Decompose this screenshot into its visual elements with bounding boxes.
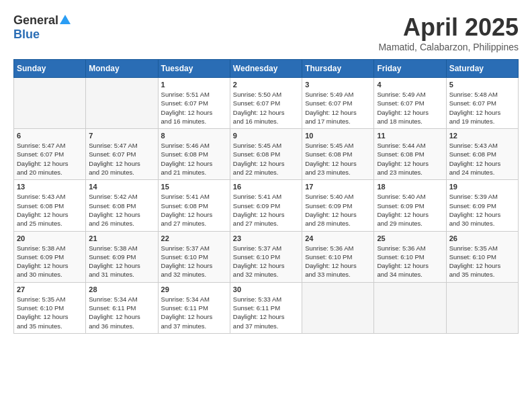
- title-area: April 2025 Mamatid, Calabarzon, Philippi…: [378, 13, 519, 52]
- day-number: 30: [233, 285, 299, 293]
- day-info: Sunrise: 5:40 AM Sunset: 6:09 PM Dayligh…: [305, 192, 371, 228]
- day-number: 3: [305, 81, 371, 89]
- day-info: Sunrise: 5:45 AM Sunset: 6:08 PM Dayligh…: [305, 141, 371, 177]
- day-number: 15: [161, 183, 227, 191]
- logo-triangle-icon: [60, 15, 71, 24]
- day-number: 17: [305, 183, 371, 191]
- weekday-header-thursday: Thursday: [302, 60, 374, 78]
- day-number: 23: [233, 234, 299, 242]
- day-info: Sunrise: 5:34 AM Sunset: 6:11 PM Dayligh…: [161, 295, 227, 330]
- calendar-cell: [14, 78, 86, 129]
- calendar-cell: 5Sunrise: 5:48 AM Sunset: 6:07 PM Daylig…: [446, 78, 518, 129]
- day-info: Sunrise: 5:49 AM Sunset: 6:07 PM Dayligh…: [305, 90, 371, 126]
- day-number: 20: [17, 234, 83, 242]
- day-number: 4: [377, 81, 443, 89]
- header: General Blue April 2025 Mamatid, Calabar…: [13, 13, 519, 52]
- day-info: Sunrise: 5:36 AM Sunset: 6:10 PM Dayligh…: [305, 244, 371, 279]
- calendar-cell: 25Sunrise: 5:36 AM Sunset: 6:10 PM Dayli…: [374, 231, 446, 282]
- calendar-cell: 6Sunrise: 5:47 AM Sunset: 6:07 PM Daylig…: [14, 129, 86, 180]
- day-number: 19: [449, 183, 515, 191]
- calendar-cell: 14Sunrise: 5:42 AM Sunset: 6:08 PM Dayli…: [86, 180, 158, 231]
- weekday-header-wednesday: Wednesday: [230, 60, 302, 78]
- day-number: 25: [377, 234, 443, 242]
- logo-blue-text: Blue: [13, 28, 40, 42]
- calendar-cell: 21Sunrise: 5:38 AM Sunset: 6:09 PM Dayli…: [86, 231, 158, 282]
- calendar-cell: 7Sunrise: 5:47 AM Sunset: 6:07 PM Daylig…: [86, 129, 158, 180]
- calendar-cell: 4Sunrise: 5:49 AM Sunset: 6:07 PM Daylig…: [374, 78, 446, 129]
- calendar-cell: 11Sunrise: 5:44 AM Sunset: 6:08 PM Dayli…: [374, 129, 446, 180]
- day-info: Sunrise: 5:43 AM Sunset: 6:08 PM Dayligh…: [17, 192, 83, 228]
- calendar-cell: 29Sunrise: 5:34 AM Sunset: 6:11 PM Dayli…: [158, 282, 230, 333]
- day-number: 5: [449, 81, 515, 89]
- calendar-cell: 20Sunrise: 5:38 AM Sunset: 6:09 PM Dayli…: [14, 231, 86, 282]
- calendar-cell: [446, 282, 518, 333]
- calendar-cell: 8Sunrise: 5:46 AM Sunset: 6:08 PM Daylig…: [158, 129, 230, 180]
- weekday-header-saturday: Saturday: [446, 60, 518, 78]
- calendar-title: April 2025: [378, 13, 519, 42]
- day-number: 22: [161, 234, 227, 242]
- calendar-cell: 2Sunrise: 5:50 AM Sunset: 6:07 PM Daylig…: [230, 78, 302, 129]
- day-info: Sunrise: 5:47 AM Sunset: 6:07 PM Dayligh…: [89, 141, 154, 177]
- day-info: Sunrise: 5:35 AM Sunset: 6:10 PM Dayligh…: [17, 295, 83, 330]
- weekday-header-friday: Friday: [374, 60, 446, 78]
- calendar-cell: 27Sunrise: 5:35 AM Sunset: 6:10 PM Dayli…: [14, 282, 86, 333]
- day-info: Sunrise: 5:44 AM Sunset: 6:08 PM Dayligh…: [377, 141, 443, 177]
- day-number: 6: [17, 132, 83, 140]
- day-number: 27: [17, 285, 83, 293]
- day-info: Sunrise: 5:35 AM Sunset: 6:10 PM Dayligh…: [449, 244, 515, 279]
- calendar-cell: 9Sunrise: 5:45 AM Sunset: 6:08 PM Daylig…: [230, 129, 302, 180]
- calendar-location: Mamatid, Calabarzon, Philippines: [378, 42, 519, 52]
- day-number: 24: [305, 234, 371, 242]
- day-number: 11: [377, 132, 443, 140]
- calendar-cell: 30Sunrise: 5:33 AM Sunset: 6:11 PM Dayli…: [230, 282, 302, 333]
- calendar-cell: 23Sunrise: 5:37 AM Sunset: 6:10 PM Dayli…: [230, 231, 302, 282]
- day-number: 14: [89, 183, 154, 191]
- calendar-week-row: 13Sunrise: 5:43 AM Sunset: 6:08 PM Dayli…: [14, 180, 519, 231]
- day-info: Sunrise: 5:41 AM Sunset: 6:09 PM Dayligh…: [233, 192, 299, 228]
- calendar-cell: 13Sunrise: 5:43 AM Sunset: 6:08 PM Dayli…: [14, 180, 86, 231]
- day-info: Sunrise: 5:38 AM Sunset: 6:09 PM Dayligh…: [89, 244, 154, 279]
- calendar-cell: 1Sunrise: 5:51 AM Sunset: 6:07 PM Daylig…: [158, 78, 230, 129]
- calendar-week-row: 27Sunrise: 5:35 AM Sunset: 6:10 PM Dayli…: [14, 282, 519, 333]
- day-info: Sunrise: 5:37 AM Sunset: 6:10 PM Dayligh…: [233, 244, 299, 279]
- day-info: Sunrise: 5:46 AM Sunset: 6:08 PM Dayligh…: [161, 141, 227, 177]
- day-info: Sunrise: 5:37 AM Sunset: 6:10 PM Dayligh…: [161, 244, 227, 279]
- day-number: 13: [17, 183, 83, 191]
- logo: General Blue: [13, 13, 71, 42]
- day-info: Sunrise: 5:41 AM Sunset: 6:08 PM Dayligh…: [161, 192, 227, 228]
- day-info: Sunrise: 5:49 AM Sunset: 6:07 PM Dayligh…: [377, 90, 443, 126]
- calendar-cell: 18Sunrise: 5:40 AM Sunset: 6:09 PM Dayli…: [374, 180, 446, 231]
- calendar-cell: 28Sunrise: 5:34 AM Sunset: 6:11 PM Dayli…: [86, 282, 158, 333]
- day-number: 8: [161, 132, 227, 140]
- calendar-week-row: 6Sunrise: 5:47 AM Sunset: 6:07 PM Daylig…: [14, 129, 519, 180]
- day-info: Sunrise: 5:33 AM Sunset: 6:11 PM Dayligh…: [233, 295, 299, 330]
- day-number: 29: [161, 285, 227, 293]
- weekday-header-tuesday: Tuesday: [158, 60, 230, 78]
- calendar-cell: 16Sunrise: 5:41 AM Sunset: 6:09 PM Dayli…: [230, 180, 302, 231]
- day-number: 9: [233, 132, 299, 140]
- calendar-week-row: 20Sunrise: 5:38 AM Sunset: 6:09 PM Dayli…: [14, 231, 519, 282]
- calendar-cell: [374, 282, 446, 333]
- day-number: 2: [233, 81, 299, 89]
- day-number: 1: [161, 81, 227, 89]
- day-number: 18: [377, 183, 443, 191]
- calendar-cell: 3Sunrise: 5:49 AM Sunset: 6:07 PM Daylig…: [302, 78, 374, 129]
- day-info: Sunrise: 5:43 AM Sunset: 6:08 PM Dayligh…: [449, 141, 515, 177]
- calendar-cell: [302, 282, 374, 333]
- day-info: Sunrise: 5:48 AM Sunset: 6:07 PM Dayligh…: [449, 90, 515, 126]
- day-number: 21: [89, 234, 154, 242]
- day-info: Sunrise: 5:51 AM Sunset: 6:07 PM Dayligh…: [161, 90, 227, 126]
- calendar-cell: 10Sunrise: 5:45 AM Sunset: 6:08 PM Dayli…: [302, 129, 374, 180]
- day-info: Sunrise: 5:38 AM Sunset: 6:09 PM Dayligh…: [17, 244, 83, 279]
- day-info: Sunrise: 5:42 AM Sunset: 6:08 PM Dayligh…: [89, 192, 154, 228]
- calendar-cell: 17Sunrise: 5:40 AM Sunset: 6:09 PM Dayli…: [302, 180, 374, 231]
- day-info: Sunrise: 5:47 AM Sunset: 6:07 PM Dayligh…: [17, 141, 83, 177]
- calendar-cell: 15Sunrise: 5:41 AM Sunset: 6:08 PM Dayli…: [158, 180, 230, 231]
- calendar-cell: [86, 78, 158, 129]
- day-number: 26: [449, 234, 515, 242]
- weekday-header-monday: Monday: [86, 60, 158, 78]
- calendar-cell: 26Sunrise: 5:35 AM Sunset: 6:10 PM Dayli…: [446, 231, 518, 282]
- day-number: 12: [449, 132, 515, 140]
- logo-general-text: General: [13, 13, 58, 28]
- calendar-cell: 19Sunrise: 5:39 AM Sunset: 6:09 PM Dayli…: [446, 180, 518, 231]
